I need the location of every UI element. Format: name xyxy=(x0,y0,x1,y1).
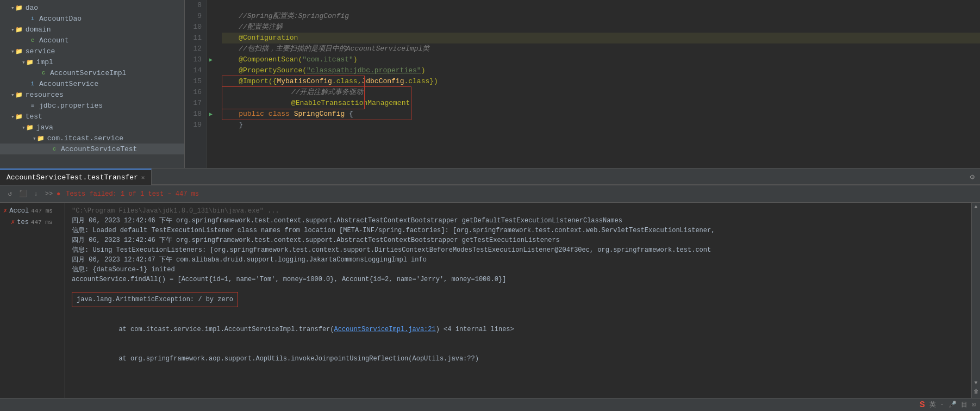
console-line-6: 信息: {dataSource-1} inited xyxy=(72,265,965,275)
line-num-15: 15 xyxy=(189,76,202,87)
stack-link[interactable]: AccountServiceImpl.java:21 xyxy=(334,326,435,333)
tree-item-domain[interactable]: 📁 domain xyxy=(0,24,184,35)
tree-item-java[interactable]: 📁 java xyxy=(0,122,184,133)
erase-btn[interactable]: 🗑 xyxy=(973,388,979,395)
line-num-8: 8 xyxy=(189,0,202,11)
folder-icon-test: 📁 xyxy=(15,112,23,121)
tree-label-accountserviceimpl: AccountServiceImpl xyxy=(50,69,126,77)
java-interface-icon-accountservice: i xyxy=(28,79,37,88)
java-class-icon-accountserviceimpl: c xyxy=(39,68,48,77)
run-arrow-18[interactable]: ▶ xyxy=(209,111,213,117)
test-fail-icon: ● xyxy=(57,190,60,198)
gutter-14 xyxy=(207,65,215,76)
arrow-impl xyxy=(22,58,26,66)
tree-item-service[interactable]: 📁 service xyxy=(0,46,184,57)
tree-item-dao[interactable]: 📁 dao xyxy=(0,2,184,13)
code-line-12: //包扫描，主要扫描的是项目中的AccountServiceImpl类 xyxy=(222,43,980,54)
code-ann-14: @PropertySource("classpath:jdbc.properti… xyxy=(222,65,425,76)
scroll-up-btn[interactable]: ▲ xyxy=(974,204,977,210)
test-node-tes[interactable]: ✗ tes 447 ms xyxy=(0,216,65,228)
gutter-15 xyxy=(207,76,215,87)
tree-item-impl[interactable]: 📁 impl xyxy=(0,57,184,67)
folder-icon-java: 📁 xyxy=(26,123,34,132)
tree-label-domain: domain xyxy=(26,26,51,34)
code-cmt-16: //开启注解式事务驱动 xyxy=(274,88,364,96)
tree-item-accountservice[interactable]: i AccountService xyxy=(0,78,184,89)
scrollbar-panel: ▲ ▼ 🗑 xyxy=(971,203,980,398)
java-class-icon-account: c xyxy=(28,36,37,45)
line-num-10: 10 xyxy=(189,22,202,33)
code-line-8 xyxy=(222,0,980,11)
line-num-9: 9 xyxy=(189,11,202,22)
more-button[interactable]: >> xyxy=(43,189,54,200)
test-node-accol[interactable]: ✗ Accol 447 ms xyxy=(0,205,65,216)
test-time-accol: 447 ms xyxy=(31,208,53,214)
fail-icon-accol: ✗ xyxy=(3,207,7,215)
code-line-13: @ComponentScan("com.itcast") xyxy=(222,54,980,65)
code-lines: //Spring配置类:SpringConfig //配置类注解 @Config… xyxy=(217,0,980,168)
console-line-cmd: "C:\Program Files\Java\jdk1.8.0_131\bin\… xyxy=(72,206,965,216)
java-class-icon-accountservicetest: c xyxy=(50,145,59,153)
tree-label-jdbc-props: jdbc.properties xyxy=(39,102,103,110)
tab-close-button[interactable]: ✕ xyxy=(141,174,145,181)
code-line-9: //Spring配置类:SpringConfig xyxy=(222,11,980,22)
tree-item-accountdao[interactable]: i AccountDao xyxy=(0,13,184,24)
gutter-9 xyxy=(207,11,215,22)
code-kw-class: class xyxy=(269,109,294,120)
tree-item-com-package[interactable]: 📁 com.itcast.service xyxy=(0,133,184,144)
tree-label-com: com.itcast.service xyxy=(47,134,123,142)
tree-label-accountservicetest: AccountServiceTest xyxy=(61,145,137,153)
line-num-16: 16 xyxy=(189,87,202,98)
tree-label-dao: dao xyxy=(26,4,38,12)
gutter: ▶ ▶ xyxy=(207,0,217,168)
folder-icon-service: 📁 xyxy=(15,47,23,55)
rerun-button[interactable]: ↺ xyxy=(4,189,15,200)
code-line-11: @Configuration xyxy=(222,33,980,43)
code-cls-springconfig: SpringConfig xyxy=(294,109,345,120)
test-toolbar: ↺ ⬛ ↓ >> ● Tests failed: 1 of 1 test – 4… xyxy=(0,185,980,203)
tree-label-resources: resources xyxy=(26,91,64,99)
console-line-5: 四月 06, 2023 12:42:47 下午 com.alibaba.drui… xyxy=(72,255,965,265)
tree-label-account: Account xyxy=(39,36,69,45)
file-tree: 📁 dao i AccountDao 📁 domain c Account 📁 … xyxy=(0,0,185,168)
console-line-stack2: at org.springframework.aop.support.AopUt… xyxy=(72,344,965,373)
status-logo: S xyxy=(920,400,925,410)
line-num-12: 12 xyxy=(189,43,202,54)
tree-item-accountservicetest[interactable]: c AccountServiceTest xyxy=(0,144,184,154)
run-arrow-13[interactable]: ▶ xyxy=(209,57,213,63)
console-line-4: 信息: Using TestExecutionListeners: [org.s… xyxy=(72,245,965,255)
arrow-test xyxy=(11,113,15,121)
console-output: "C:\Program Files\Java\jdk1.8.0_131\bin\… xyxy=(65,203,971,398)
arrow-dao xyxy=(11,4,15,12)
line-num-11: 11 xyxy=(189,33,202,43)
tree-item-jdbc-props[interactable]: ≡ jdbc.properties xyxy=(0,100,184,111)
top-section: 📁 dao i AccountDao 📁 domain c Account 📁 … xyxy=(0,0,980,169)
stop-button[interactable]: ⬛ xyxy=(17,189,28,200)
test-tree-panel: ✗ Accol 447 ms ✗ tes 447 ms xyxy=(0,203,65,398)
props-icon: ≡ xyxy=(28,101,37,110)
code-line-10: //配置类注解 xyxy=(222,22,980,33)
tree-item-test[interactable]: 📁 test xyxy=(0,111,184,122)
tree-item-accountserviceimpl[interactable]: c AccountServiceImpl xyxy=(0,67,184,78)
fail-icon-tes: ✗ xyxy=(11,218,15,226)
line-num-17: 17 xyxy=(189,98,202,109)
active-tab[interactable]: AccountServiceTest.testTransfer ✕ xyxy=(0,169,152,185)
tab-settings-button[interactable]: ⚙ xyxy=(965,172,980,182)
tree-item-resources[interactable]: 📁 resources xyxy=(0,89,184,100)
scroll-down-btn[interactable]: ▼ xyxy=(974,380,977,386)
console-line-3: 四月 06, 2023 12:42:46 下午 org.springframew… xyxy=(72,235,965,245)
scroll-down-button[interactable]: ↓ xyxy=(30,189,41,200)
arrow-java xyxy=(22,123,26,132)
status-grid: ⊡ xyxy=(972,401,976,409)
status-keyboard: 目 xyxy=(961,400,967,409)
console-error-box: java.lang.ArithmeticException: / by zero xyxy=(72,292,238,307)
gutter-18: ▶ xyxy=(207,109,215,120)
folder-icon-impl: 📁 xyxy=(26,58,34,66)
line-num-19: 19 xyxy=(189,120,202,130)
tree-label-service: service xyxy=(26,47,55,55)
console-line-result: accountService.findAll() = [Account{id=1… xyxy=(72,275,965,284)
tree-item-account[interactable]: c Account xyxy=(0,35,184,46)
tree-label-test: test xyxy=(26,113,42,121)
folder-icon-dao: 📁 xyxy=(15,3,23,12)
status-dot: · xyxy=(940,401,944,409)
